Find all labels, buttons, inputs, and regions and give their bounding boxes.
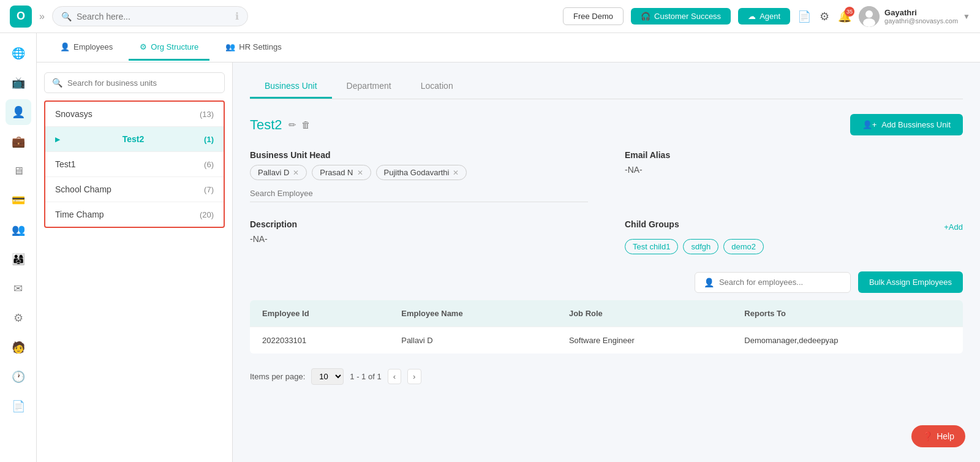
unit-item-time-champ[interactable]: Time Champ (20) [45,202,224,227]
help-icon: ❓ [922,431,933,441]
right-panel: Business Unit Department Location Test2 … [233,62,980,462]
unit-count: (1) [204,135,214,144]
unit-name: Time Champ [55,210,104,219]
items-per-page-select[interactable]: 10 25 50 [311,368,344,385]
svg-point-1 [865,10,873,18]
form-grid: Business Unit Head Pallavi D ✕ Prasad N … [250,150,963,254]
tag-remove-icon[interactable]: ✕ [357,169,363,177]
expand-icon[interactable]: » [39,11,45,22]
cell-reports-to: Demomanager,dedeepyap [732,327,963,354]
settings-icon[interactable]: ⚙ [820,10,829,23]
sidebar-item-person[interactable]: 🧑 [6,335,31,360]
user-chevron-icon: ▼ [963,12,970,21]
search-icon: 🔍 [52,78,62,88]
child-tag-2[interactable]: sdfgh [683,239,718,254]
add-business-unit-button[interactable]: 👤+ Add Bussiness Unit [850,114,963,135]
unit-item-test1[interactable]: Test1 (6) [45,152,224,177]
topbar-icons: 📄 ⚙ 🔔 35 [797,10,851,23]
unit-name: School Champ [55,184,111,194]
cell-employee-name: Pallavi D [389,327,557,354]
table-row: 2022033101 Pallavi D Software Engineer D… [250,327,963,354]
notification-badge: 35 [845,7,854,17]
user-menu[interactable]: Gayathri gayathri@snovasys.com ▼ [859,6,970,27]
unit-name: Test1 [55,159,75,169]
inner-tabs: Business Unit Department Location [250,75,963,99]
unit-count: (20) [200,210,214,219]
tab-employees[interactable]: 👤 Employees [49,35,124,61]
employee-search-box[interactable]: 👤 [695,272,851,293]
org-icon: ⚙ [140,42,147,51]
email-alias-label: Email Alias [625,150,963,160]
sidebar-item-globe[interactable]: 🌐 [6,40,31,66]
employee-search-input[interactable] [719,278,842,287]
cloud-icon: ☁ [748,12,756,21]
child-groups-section: Child Groups +Add Test child1 sdfgh demo… [625,219,963,254]
help-button[interactable]: ❓ Help [911,425,965,447]
search-employee-input[interactable] [250,185,588,202]
sidebar-item-settings[interactable]: ⚙ [6,305,31,331]
left-panel: 🔍 Snovasys (13) ▶ Test2 (1) Test1 (6) [37,62,233,462]
child-tag-3[interactable]: demo2 [723,239,764,254]
unit-item-snovasys[interactable]: Snovasys (13) [45,102,224,127]
agent-button[interactable]: ☁ Agent [738,8,790,25]
avatar [859,6,880,27]
unit-item-test2[interactable]: ▶ Test2 (1) [45,127,224,152]
tab-hr-settings[interactable]: 👥 HR Settings [214,35,292,61]
sidebar-item-monitor[interactable]: 🖥 [6,158,31,184]
tag-name: Pallavi D [258,168,289,177]
bu-title-icons: ✏ 🗑 [288,119,311,131]
next-page-button[interactable]: › [407,369,421,384]
inner-tab-location[interactable]: Location [406,75,468,99]
sidebar-item-card[interactable]: 💳 [6,187,31,213]
info-icon: ℹ [235,10,239,22]
inner-tab-department[interactable]: Department [332,75,406,99]
sidebar-item-doc[interactable]: 📄 [6,393,31,419]
tag-prasad[interactable]: Prasad N ✕ [312,165,371,180]
sidebar-item-briefcase[interactable]: 💼 [6,129,31,154]
sidebar-item-mail[interactable]: ✉ [6,276,31,301]
notification-icon[interactable]: 🔔 35 [838,10,851,23]
description-label: Description [250,219,588,229]
headset-icon: 🎧 [641,12,650,21]
app-logo[interactable]: O [10,6,32,28]
inner-tab-business-unit[interactable]: Business Unit [250,75,332,99]
business-unit-search[interactable]: 🔍 [44,72,225,93]
description-section: Description -NA- [250,219,588,254]
tag-pallavi[interactable]: Pallavi D ✕ [250,165,307,180]
sidebar-item-users[interactable]: 👥 [6,217,31,243]
email-alias-value: -NA- [625,165,963,175]
email-alias-section: Email Alias -NA- [625,150,963,202]
tag-remove-icon[interactable]: ✕ [293,169,299,177]
document-icon[interactable]: 📄 [797,10,811,23]
bulk-assign-button[interactable]: Bulk Assign Employees [858,271,963,293]
tab-org-structure[interactable]: ⚙ Org Structure [129,35,209,61]
tag-remove-icon[interactable]: ✕ [453,169,459,177]
page-range: 1 - 1 of 1 [350,372,381,381]
sidebar-item-clock[interactable]: 🕐 [6,364,31,390]
hr-icon: 👥 [225,42,235,51]
sidebar-item-tv[interactable]: 📺 [6,70,31,96]
add-child-group-link[interactable]: +Add [944,222,963,232]
bu-header: Test2 ✏ 🗑 👤+ Add Bussiness Unit [250,114,963,135]
sidebar-item-group[interactable]: 👨‍👩‍👧 [6,246,31,272]
edit-icon[interactable]: ✏ [288,119,296,131]
prev-page-button[interactable]: ‹ [388,369,401,384]
tag-pujitha[interactable]: Pujitha Godavarthi ✕ [376,165,467,180]
unit-name: Test2 [123,134,145,144]
search-units-input[interactable] [67,78,217,88]
global-search[interactable]: 🔍 ℹ [52,6,248,26]
sidebar-item-user[interactable]: 👤 [6,99,31,125]
unit-item-school-champ[interactable]: School Champ (7) [45,177,224,202]
unit-count: (13) [200,110,214,119]
cell-employee-id: 2022033101 [250,327,389,354]
col-employee-name: Employee Name [389,300,557,327]
delete-icon[interactable]: 🗑 [301,119,311,131]
user-email: gayathri@snovasys.com [884,17,958,25]
search-input[interactable] [77,12,230,21]
free-demo-button[interactable]: Free Demo [563,7,624,25]
sidebar: 🌐 📺 👤 💼 🖥 💳 👥 👨‍👩‍👧 ✉ ⚙ 🧑 🕐 📄 [0,33,37,462]
bu-title-text: Test2 [250,117,282,133]
cell-job-role: Software Engineer [557,327,732,354]
customer-success-button[interactable]: 🎧 Customer Success [631,8,731,25]
child-tag-1[interactable]: Test child1 [625,239,678,254]
